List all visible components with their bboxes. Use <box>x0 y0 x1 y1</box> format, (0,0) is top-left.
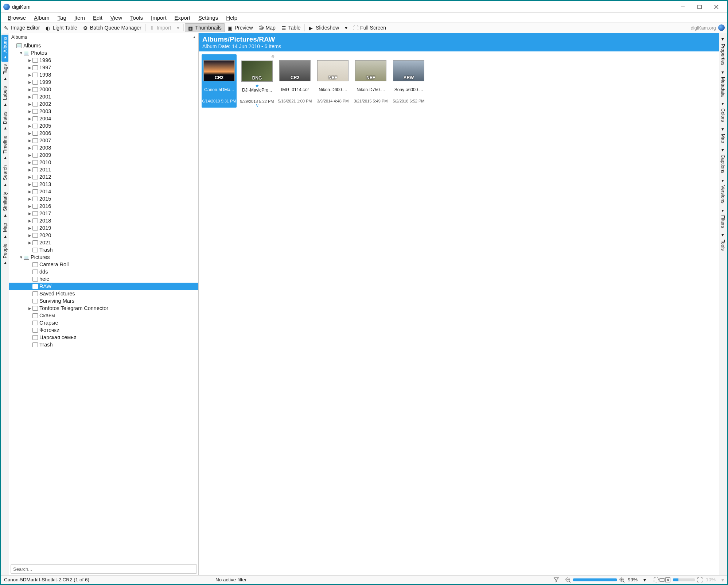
tree-item-2003[interactable]: ▶2003 <box>9 108 198 115</box>
thumb-item[interactable]: NEFNikon-D600-...3/9/2014 4:48 PM <box>315 54 350 108</box>
tree-item-2013[interactable]: ▶2013 <box>9 181 198 188</box>
thumb-item[interactable]: ⊕DNG★DJI-MavicPro...9/29/2018 5:22 PMN <box>240 54 275 108</box>
expand-arrow-icon[interactable]: ▼ <box>19 51 24 55</box>
tree-item-2011[interactable]: ▶2011 <box>9 166 198 173</box>
expand-arrow-icon[interactable]: ▼ <box>19 255 24 259</box>
expand-arrow-icon[interactable]: ▶ <box>27 95 32 99</box>
expand-arrow-icon[interactable]: ▶ <box>27 306 32 310</box>
menu-help[interactable]: Help <box>222 14 241 22</box>
tree-item-2018[interactable]: ▶2018 <box>9 217 198 224</box>
tree-item-1999[interactable]: ▶1999 <box>9 78 198 86</box>
left-tab-people[interactable]: ▸People <box>1 241 8 267</box>
slideshow-button[interactable]: ▶Slideshow <box>306 24 342 32</box>
tree-item-2017[interactable]: ▶2017 <box>9 210 198 217</box>
menu-album[interactable]: Album <box>30 14 53 22</box>
left-tab-labels[interactable]: ▸Labels <box>1 84 8 109</box>
menu-item[interactable]: Item <box>71 14 89 22</box>
expand-arrow-icon[interactable]: ▶ <box>27 241 32 245</box>
expand-arrow-icon[interactable]: ▶ <box>27 204 32 208</box>
tree-item-2002[interactable]: ▶2002 <box>9 100 198 108</box>
tree-item-царская-семья[interactable]: Царская семья <box>9 334 198 341</box>
tree-item-2009[interactable]: ▶2009 <box>9 151 198 159</box>
tree-item-pictures[interactable]: ▼Pictures <box>9 253 198 261</box>
tree-item-2004[interactable]: ▶2004 <box>9 115 198 122</box>
menu-tools[interactable]: Tools <box>126 14 147 22</box>
expand-arrow-icon[interactable]: ▶ <box>27 146 32 150</box>
tree-item-2006[interactable]: ▶2006 <box>9 129 198 137</box>
album-tree[interactable]: Albums▼Photos▶1996▶1997▶1998▶1999▶2000▶2… <box>9 41 198 358</box>
fullscreen-button[interactable]: ⛶Full Screen <box>350 24 389 32</box>
expand-arrow-icon[interactable]: ▶ <box>27 139 32 143</box>
tree-item-2014[interactable]: ▶2014 <box>9 188 198 195</box>
preview-view-button[interactable]: ▣Preview <box>225 24 256 32</box>
left-tab-similarity[interactable]: ▸Similarity <box>1 190 8 220</box>
left-tab-search[interactable]: ▸Search <box>1 163 8 189</box>
tree-item-1997[interactable]: ▶1997 <box>9 64 198 71</box>
expand-arrow-icon[interactable]: ▶ <box>27 212 32 216</box>
light-table-button[interactable]: ◐Light Table <box>43 24 80 32</box>
tree-item-2016[interactable]: ▶2016 <box>9 202 198 210</box>
tree-item-2020[interactable]: ▶2020 <box>9 232 198 239</box>
menu-view[interactable]: View <box>107 14 126 22</box>
expand-arrow-icon[interactable]: ▶ <box>27 160 32 164</box>
expand-arrow-icon[interactable]: ▶ <box>27 109 32 113</box>
menu-tag[interactable]: Tag <box>54 14 70 22</box>
image-editor-button[interactable]: ✎Image Editor <box>1 24 43 32</box>
left-tab-timeline[interactable]: ▸Timeline <box>1 133 8 163</box>
tree-item-dds[interactable]: dds <box>9 268 198 275</box>
thumb-item[interactable]: CR2Canon-5DMa...6/14/2010 5:31 PM <box>202 54 237 108</box>
tree-item-фоточки[interactable]: Фоточки <box>9 326 198 334</box>
tree-item-2000[interactable]: ▶2000 <box>9 86 198 93</box>
tree-item-tonfotos-telegram-connector[interactable]: ▶Tonfotos Telegram Connector <box>9 305 198 312</box>
expand-arrow-icon[interactable]: ▶ <box>27 168 32 172</box>
expand-arrow-icon[interactable]: ▶ <box>27 175 32 179</box>
slideshow-dropdown[interactable]: ▾ <box>342 24 350 32</box>
expand-arrow-icon[interactable]: ▶ <box>27 66 32 70</box>
menu-settings[interactable]: Settings <box>195 14 222 22</box>
expand-arrow-icon[interactable]: ▶ <box>27 124 32 128</box>
expand-arrow-icon[interactable]: ▶ <box>27 219 32 223</box>
import-button[interactable]: ⇩Import <box>147 24 174 32</box>
tree-item-surviving-mars[interactable]: Surviving Mars <box>9 297 198 305</box>
thumb-item[interactable]: ARWSony-a6000-...5/2/2018 6:52 PM <box>391 54 426 108</box>
tree-item-2012[interactable]: ▶2012 <box>9 173 198 181</box>
thumb-item[interactable]: NEFNikon-D750-...3/21/2015 5:49 PM <box>353 54 388 108</box>
menu-export[interactable]: Export <box>171 14 194 22</box>
expand-arrow-icon[interactable]: ▶ <box>27 182 32 186</box>
batch-queue-button[interactable]: ⚙Batch Queue Manager <box>80 24 144 32</box>
thumb-item[interactable]: CR2IMG_0114.cr25/16/2021 1:00 PM <box>277 54 312 108</box>
expand-arrow-icon[interactable]: ▶ <box>27 131 32 135</box>
expand-arrow-icon[interactable]: ▶ <box>27 197 32 201</box>
thumbnails-view-button[interactable]: ▦Thumbnails <box>185 23 225 32</box>
left-tab-tags[interactable]: ▸Tags <box>1 62 8 83</box>
expand-arrow-icon[interactable]: ▶ <box>27 233 32 237</box>
tree-item-saved-pictures[interactable]: Saved Pictures <box>9 290 198 297</box>
tree-item-raw[interactable]: RAW <box>9 283 198 290</box>
tree-item-2005[interactable]: ▶2005 <box>9 122 198 129</box>
menu-browse[interactable]: Browse <box>4 14 30 22</box>
tree-item-2019[interactable]: ▶2019 <box>9 224 198 232</box>
tree-item-heic[interactable]: heic <box>9 275 198 283</box>
tree-item-2015[interactable]: ▶2015 <box>9 195 198 202</box>
map-view-button[interactable]: 🌐︎Map <box>256 24 279 32</box>
expand-arrow-icon[interactable]: ▶ <box>27 73 32 77</box>
tree-item-2001[interactable]: ▶2001 <box>9 93 198 100</box>
tree-item-2010[interactable]: ▶2010 <box>9 159 198 166</box>
menu-edit[interactable]: Edit <box>89 14 106 22</box>
menu-import[interactable]: Import <box>147 14 170 22</box>
tree-item-старые[interactable]: Старые <box>9 319 198 326</box>
tree-item-2007[interactable]: ▶2007 <box>9 137 198 144</box>
expand-arrow-icon[interactable]: ▶ <box>27 58 32 62</box>
table-view-button[interactable]: ☰Table <box>279 24 303 32</box>
expand-arrow-icon[interactable]: ▶ <box>27 226 32 230</box>
thumbnail-grid[interactable]: CR2Canon-5DMa...6/14/2010 5:31 PM⊕DNG★DJ… <box>199 51 444 358</box>
expand-arrow-icon[interactable]: ▶ <box>27 102 32 106</box>
expand-arrow-icon[interactable]: ▶ <box>27 153 32 157</box>
tree-item-trash[interactable]: Trash <box>9 246 198 253</box>
expand-arrow-icon[interactable]: ▶ <box>27 88 32 92</box>
expand-arrow-icon[interactable]: ▶ <box>27 117 32 121</box>
left-tab-map[interactable]: ▸Map <box>1 221 8 241</box>
tree-item-trash[interactable]: Trash <box>9 341 198 348</box>
tree-item-albums[interactable]: Albums <box>9 42 198 49</box>
collapse-panel-icon[interactable]: ▲ <box>192 35 196 39</box>
